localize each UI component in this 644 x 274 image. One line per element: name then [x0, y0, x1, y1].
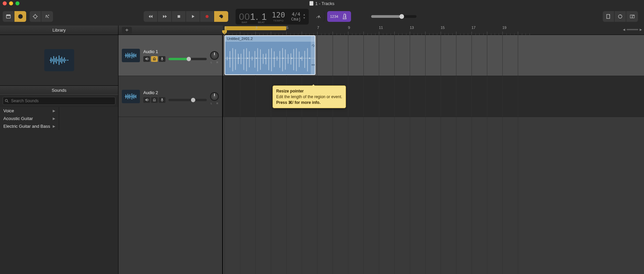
svg-point-32	[282, 57, 284, 59]
bar-number: 15	[441, 26, 445, 30]
sound-category-label: Electric Guitar and Bass	[3, 124, 50, 129]
sound-category-label: Acoustic Guitar	[3, 116, 33, 121]
svg-line-8	[318, 15, 319, 18]
cycle-button[interactable]	[214, 11, 228, 22]
bar-number: 13	[410, 26, 414, 30]
track-icon[interactable]	[122, 49, 140, 62]
tooltip-title: Resize pointer	[276, 89, 304, 93]
rewind-button[interactable]	[144, 11, 158, 22]
lcd-tempo-label: TEMPO	[273, 19, 284, 22]
chevron-right-icon: ▶	[53, 124, 55, 128]
editors-button[interactable]	[41, 11, 53, 22]
horizontal-zoom[interactable]: ◀ ▶	[623, 28, 642, 31]
region-resize-handle[interactable]	[311, 36, 315, 74]
pan-knob[interactable]	[210, 51, 219, 60]
lcd-mode-arrows[interactable]: ▲▼	[303, 13, 306, 19]
sounds-list: Voice▶Acoustic Guitar▶Electric Guitar an…	[0, 107, 118, 274]
tooltip-hint: Press ⌘/ for more info.	[276, 100, 320, 105]
ruler[interactable]: ◀ ▶ 135791113151719	[223, 26, 644, 35]
track-icon[interactable]	[122, 90, 140, 103]
monitor-button[interactable]	[151, 56, 158, 62]
zoom-slider[interactable]	[627, 29, 638, 30]
input-button[interactable]	[159, 56, 165, 62]
resize-icon	[311, 63, 315, 67]
lcd-position: 1. 1	[250, 11, 267, 22]
master-volume-knob[interactable]	[399, 14, 404, 19]
svg-point-28	[247, 57, 248, 59]
tuner-button[interactable]	[313, 11, 325, 22]
track-volume-knob[interactable]	[191, 98, 195, 102]
sound-category-item[interactable]: Acoustic Guitar▶	[0, 115, 59, 122]
play-button[interactable]	[186, 11, 200, 22]
lcd-position-dim: 00	[239, 11, 250, 22]
forward-button[interactable]	[158, 11, 172, 22]
svg-point-4	[34, 15, 37, 18]
svg-rect-10	[607, 14, 610, 18]
track-name[interactable]: Audio 2	[143, 90, 207, 95]
smart-controls-button[interactable]	[30, 11, 41, 22]
add-track-button[interactable]: ＋	[122, 27, 132, 34]
bar-number: 17	[472, 26, 476, 30]
input-button[interactable]	[159, 97, 165, 103]
record-button[interactable]	[200, 11, 214, 22]
loop-browser-button[interactable]	[614, 11, 626, 22]
svg-point-30	[265, 57, 266, 59]
zoom-out-icon[interactable]: ◀	[623, 28, 625, 31]
monitor-button[interactable]	[151, 97, 158, 103]
bar-number: 7	[317, 26, 319, 30]
mute-button[interactable]	[143, 56, 150, 62]
svg-point-2	[18, 14, 22, 18]
svg-line-19	[148, 58, 149, 60]
master-volume-fill	[371, 15, 400, 18]
svg-point-7	[205, 15, 208, 18]
lcd-key[interactable]: Cmaj	[291, 17, 301, 22]
lcd-bar-label: BAR	[242, 21, 247, 24]
svg-point-26	[229, 57, 231, 59]
zoom-in-icon[interactable]: ▶	[640, 28, 642, 31]
waveform-icon	[124, 51, 138, 60]
track-name[interactable]: Audio 1	[143, 49, 207, 54]
mute-button[interactable]	[143, 97, 150, 103]
svg-point-14	[633, 15, 634, 16]
quick-help-button[interactable]: ?	[14, 11, 26, 22]
lcd-beat-label: BEAT	[258, 21, 264, 24]
master-volume-slider[interactable]	[371, 15, 416, 18]
track-volume-slider[interactable]	[168, 58, 207, 60]
sounds-search	[3, 97, 115, 105]
svg-rect-6	[178, 15, 180, 18]
track-header[interactable]: Audio 2 LR	[118, 76, 222, 117]
tracks-area: ＋ Audio 1 LR	[118, 26, 644, 274]
track-volume-knob[interactable]	[187, 57, 191, 61]
timeline-rows[interactable]: Untitled_2#01.2 Resize pointerEdit the l…	[223, 35, 644, 274]
svg-line-9	[345, 15, 346, 18]
notepad-button[interactable]	[603, 11, 614, 22]
svg-rect-0	[6, 15, 10, 18]
region-name: Untitled_2#01.2	[225, 36, 315, 42]
track-volume-slider[interactable]	[168, 99, 207, 101]
sounds-header: Sounds	[0, 85, 118, 95]
audio-region[interactable]: Untitled_2#01.2	[225, 35, 315, 75]
loop-icon	[311, 44, 315, 47]
sound-category-item[interactable]: Voice▶	[0, 107, 59, 115]
pan-knob[interactable]	[210, 92, 219, 101]
svg-rect-12	[630, 15, 632, 18]
stop-button[interactable]	[172, 11, 186, 22]
lcd-timesig[interactable]: 4/4	[292, 11, 300, 17]
svg-point-11	[618, 15, 622, 18]
svg-rect-13	[632, 15, 634, 18]
sounds-search-input[interactable]	[3, 97, 115, 105]
library-button[interactable]	[3, 11, 14, 22]
count-in-button[interactable]: 1234	[327, 11, 351, 22]
bar-number: 11	[379, 26, 383, 30]
svg-point-35	[309, 57, 310, 59]
timeline: ◀ ▶ 135791113151719 Untitled_2#01.2 Resi…	[223, 35, 644, 274]
window-title: 1 - Tracks	[315, 1, 334, 6]
media-browser-button[interactable]	[626, 11, 638, 22]
lcd-tempo[interactable]: 120	[272, 11, 285, 19]
sound-category-item[interactable]: Electric Guitar and Bass▶	[0, 122, 59, 130]
timeline-track-row[interactable]: Untitled_2#01.2	[223, 35, 644, 76]
tooltip-body: Edit the length of the region or event.	[276, 94, 342, 99]
waveform-icon	[49, 53, 69, 67]
lcd-display[interactable]: 001. 1 BAR BEAT 120 TEMPO 4/4 Cmaj ▲▼	[236, 9, 309, 25]
track-header[interactable]: Audio 1 LR	[118, 35, 222, 76]
